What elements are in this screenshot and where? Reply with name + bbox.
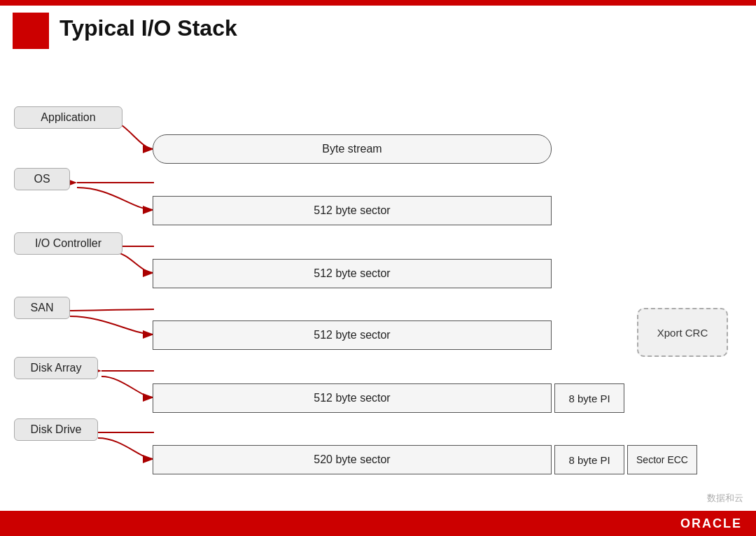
box-byte-stream: Byte stream — [153, 134, 552, 164]
box-sector1: 512 byte sector — [153, 196, 552, 225]
box-pi2: 8 byte PI — [554, 445, 624, 474]
label-os: OS — [14, 168, 70, 190]
box-sector5: 520 byte sector — [153, 445, 552, 474]
top-red-bar — [0, 0, 756, 6]
box-sector2: 512 byte sector — [153, 259, 552, 288]
box-xport-crc: Xport CRC — [637, 308, 728, 357]
label-disk-array: Disk Array — [14, 357, 98, 379]
label-disk-drive: Disk Drive — [14, 418, 98, 441]
box-pi1: 8 byte PI — [554, 383, 624, 413]
bottom-bar: ORACLE — [0, 511, 756, 536]
page-title: Typical I/O Stack — [59, 15, 237, 41]
box-sector-ecc: Sector ECC — [627, 445, 697, 474]
box-sector4: 512 byte sector — [153, 383, 552, 413]
oracle-logo: ORACLE — [680, 516, 742, 531]
red-square-accent — [13, 13, 49, 49]
box-sector3: 512 byte sector — [153, 320, 552, 350]
watermark: 数据和云 — [707, 492, 743, 505]
label-san: SAN — [14, 297, 70, 319]
label-io-controller: I/O Controller — [14, 232, 122, 255]
label-application: Application — [14, 106, 122, 129]
